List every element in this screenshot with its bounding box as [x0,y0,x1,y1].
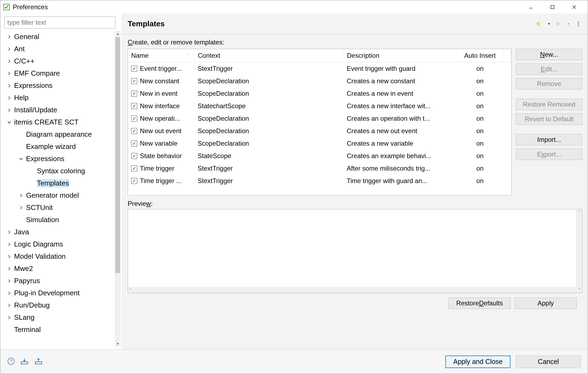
tree-item[interactable]: Diagram appearance [4,128,115,140]
preview-vertical-scrollbar[interactable]: ˄ [576,209,582,287]
tree-item[interactable]: Run/Debug [4,299,115,311]
apply-button[interactable]: Apply [515,298,577,309]
tree-item[interactable]: Expressions [4,153,115,165]
tree-item[interactable]: Help [4,92,115,104]
chevron-right-icon[interactable] [6,229,12,235]
tree-item[interactable]: Terminal [4,324,115,336]
scroll-up-icon[interactable]: ▴ [115,31,121,37]
tree-item[interactable]: Plug-in Development [4,287,115,299]
table-row[interactable]: ✓New interfaceStatechartScopeCreates a n… [128,100,511,112]
scroll-up-icon[interactable]: ˄ [578,210,580,215]
chevron-right-icon[interactable] [18,204,24,211]
remove-button[interactable]: Remove [516,78,582,89]
checkbox[interactable]: ✓ [131,103,137,109]
export-prefs-icon[interactable] [35,357,43,366]
checkbox[interactable]: ✓ [131,140,137,146]
new-button[interactable]: New... [516,49,582,60]
tree-item[interactable]: Templates [4,177,115,189]
tree-item[interactable]: Papyrus [4,275,115,287]
minimize-button[interactable] [525,2,536,12]
edit-button[interactable]: Edit... [516,63,582,75]
checkbox[interactable]: ✓ [131,128,137,134]
column-name[interactable]: Name˅ [128,49,194,62]
chevron-right-icon[interactable] [6,241,12,248]
apply-and-close-button[interactable]: Apply and Close [445,356,510,368]
column-description[interactable]: Description [343,49,457,62]
chevron-right-icon[interactable] [6,314,12,321]
chevron-right-icon[interactable] [6,107,12,113]
tree-item[interactable]: Java [4,226,115,238]
chevron-right-icon[interactable] [6,266,12,272]
preferences-tree[interactable]: GeneralAntC/C++EMF CompareExpressionsHel… [4,31,115,347]
close-button[interactable] [569,2,580,12]
tree-item[interactable]: EMF Compare [4,67,115,79]
table-row[interactable]: ✓Event trigger...StextTriggerEvent trigg… [128,62,511,75]
checkbox[interactable]: ✓ [131,116,137,122]
import-button[interactable]: Import... [516,134,582,145]
tree-item[interactable]: SLang [4,311,115,324]
tree-item[interactable]: Mwe2 [4,263,115,275]
revert-default-button[interactable]: Revert to Default [516,113,582,125]
chevron-right-icon[interactable] [6,302,12,309]
table-row[interactable]: ✓New constantScopeDeclarationCreates a n… [128,75,511,87]
templates-table[interactable]: Name˅ Context Description Auto Insert ✓E… [128,49,512,196]
restore-defaults-button[interactable]: Restore Defaults [448,298,511,309]
scroll-down-icon[interactable]: ▾ [115,341,121,347]
scroll-thumb[interactable] [115,37,120,273]
chevron-down-icon[interactable] [6,119,12,126]
menu-dots-icon[interactable] [574,20,582,27]
chevron-right-icon[interactable] [6,58,12,65]
cancel-button[interactable]: Cancel [516,356,581,368]
scroll-right-icon[interactable]: ˃ [579,288,580,292]
table-row[interactable]: ✓Time trigger ...StextTriggerTime trigge… [128,175,511,187]
preview-horizontal-scrollbar[interactable]: ˂˃ [128,287,582,293]
chevron-right-icon[interactable] [6,95,12,101]
tree-item[interactable]: C/C++ [4,55,115,67]
chevron-right-icon[interactable] [6,34,12,40]
export-button[interactable]: Export... [516,149,582,160]
column-auto-insert[interactable]: Auto Insert [457,49,503,62]
chevron-right-icon[interactable] [6,70,12,77]
maximize-button[interactable] [547,2,558,12]
checkbox[interactable]: ✓ [131,91,137,97]
tree-item[interactable]: Generator model [4,189,115,202]
tree-item[interactable]: Install/Update [4,104,115,116]
tree-item[interactable]: SCTUnit [4,202,115,214]
table-row[interactable]: ✓Time triggerStextTriggerAfter some mili… [128,162,511,175]
tree-item[interactable]: Ant [4,43,115,55]
checkbox[interactable]: ✓ [131,66,137,72]
checkbox[interactable]: ✓ [131,78,137,84]
table-row[interactable]: ✓New operati...ScopeDeclarationCreates a… [128,112,511,125]
forward-icon[interactable] [555,20,563,27]
checkbox[interactable]: ✓ [131,153,137,159]
table-row[interactable]: ✓New out eventScopeDeclarationCreates a … [128,125,511,137]
forward-dropdown-icon[interactable]: ▼ [564,20,573,27]
back-dropdown-icon[interactable]: ▼ [545,20,553,27]
tree-item[interactable]: itemis CREATE SCT [4,116,115,128]
checkbox[interactable]: ✓ [131,165,137,171]
chevron-right-icon[interactable] [6,46,12,52]
tree-item[interactable]: Expressions [4,79,115,92]
chevron-down-icon[interactable] [18,156,24,162]
chevron-right-icon[interactable] [6,278,12,284]
table-row[interactable]: ✓New variableScopeDeclarationCreates a n… [128,137,511,150]
help-icon[interactable]: ? [7,357,15,366]
filter-input[interactable] [4,17,115,28]
tree-item[interactable]: Example wizard [4,140,115,153]
tree-scrollbar[interactable]: ▴ ▾ [115,31,121,347]
checkbox[interactable]: ✓ [131,178,137,184]
table-row[interactable]: ✓State behaviorStateScopeCreates an exam… [128,150,511,162]
tree-item[interactable]: Syntax coloring [4,165,115,177]
tree-item[interactable]: General [4,31,115,43]
table-row[interactable]: ✓New in eventScopeDeclarationCreates a n… [128,87,511,100]
column-context[interactable]: Context [194,49,343,62]
chevron-right-icon[interactable] [6,82,12,89]
chevron-right-icon[interactable] [6,253,12,260]
tree-item[interactable]: Model Validation [4,250,115,263]
chevron-right-icon[interactable] [6,290,12,296]
back-icon[interactable] [535,20,543,27]
tree-item[interactable]: Logic Diagrams [4,238,115,250]
tree-item[interactable]: Simulation [4,214,115,226]
chevron-right-icon[interactable] [18,192,24,199]
import-prefs-icon[interactable] [21,357,29,366]
